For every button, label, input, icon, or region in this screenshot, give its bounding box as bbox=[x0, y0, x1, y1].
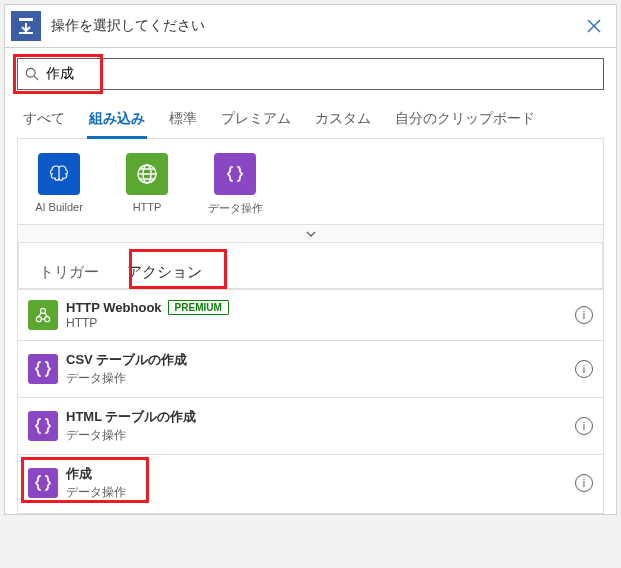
collapse-bar[interactable] bbox=[17, 225, 604, 243]
action-text: HTML テーブルの作成データ操作 bbox=[66, 408, 575, 444]
panel-title: 操作を選択してください bbox=[51, 17, 582, 35]
category-tab[interactable]: 標準 bbox=[167, 104, 199, 138]
actions-list: HTTP WebhookPREMIUMHTTPiCSV テーブルの作成データ操作… bbox=[18, 289, 603, 511]
action-title: HTTP WebhookPREMIUM bbox=[66, 300, 575, 315]
svg-point-6 bbox=[45, 317, 50, 322]
subtabs: トリガー アクション bbox=[18, 243, 603, 289]
action-subtitle: データ操作 bbox=[66, 427, 575, 444]
action-text: CSV テーブルの作成データ操作 bbox=[66, 351, 575, 387]
braces-icon bbox=[28, 354, 58, 384]
braces-icon bbox=[28, 411, 58, 441]
category-tab[interactable]: カスタム bbox=[313, 104, 373, 138]
connector-tile[interactable]: AI Builder bbox=[28, 153, 90, 216]
svg-point-5 bbox=[36, 317, 41, 322]
header-icon bbox=[11, 11, 41, 41]
action-title: CSV テーブルの作成 bbox=[66, 351, 575, 369]
action-item[interactable]: CSV テーブルの作成データ操作i bbox=[18, 340, 603, 397]
category-tab[interactable]: 組み込み bbox=[87, 104, 147, 138]
action-title: HTML テーブルの作成 bbox=[66, 408, 575, 426]
svg-rect-0 bbox=[19, 18, 33, 21]
connectors-grid: AI BuilderHTTPデータ操作 bbox=[17, 139, 604, 225]
action-item[interactable]: HTML テーブルの作成データ操作i bbox=[18, 397, 603, 454]
category-tab[interactable]: 自分のクリップボード bbox=[393, 104, 537, 138]
search-icon bbox=[18, 67, 46, 81]
subtab-triggers[interactable]: トリガー bbox=[25, 257, 113, 288]
webhook-icon bbox=[28, 300, 58, 330]
connector-tile[interactable]: HTTP bbox=[116, 153, 178, 216]
connector-tile[interactable]: データ操作 bbox=[204, 153, 266, 216]
chevron-down-icon bbox=[305, 228, 317, 240]
action-title: 作成 bbox=[66, 465, 575, 483]
action-subtitle: HTTP bbox=[66, 316, 575, 330]
premium-badge: PREMIUM bbox=[168, 300, 229, 315]
action-picker-panel: 操作を選択してください すべて組み込み標準プレミアムカスタム自分のクリップボード… bbox=[4, 4, 617, 515]
category-tab[interactable]: すべて bbox=[21, 104, 67, 138]
connector-label: AI Builder bbox=[35, 201, 83, 213]
search-box[interactable] bbox=[17, 58, 604, 90]
brain-icon bbox=[38, 153, 80, 195]
category-tabs: すべて組み込み標準プレミアムカスタム自分のクリップボード bbox=[17, 104, 604, 139]
action-text: 作成データ操作 bbox=[66, 465, 575, 501]
info-icon[interactable]: i bbox=[575, 360, 593, 378]
action-subtitle: データ操作 bbox=[66, 484, 575, 501]
connector-label: データ操作 bbox=[208, 201, 263, 216]
panel-header: 操作を選択してください bbox=[5, 5, 616, 48]
braces-icon bbox=[28, 468, 58, 498]
info-icon[interactable]: i bbox=[575, 474, 593, 492]
category-tab[interactable]: プレミアム bbox=[219, 104, 293, 138]
subtab-actions[interactable]: アクション bbox=[113, 257, 216, 288]
action-subtitle: データ操作 bbox=[66, 370, 575, 387]
actions-section: トリガー アクション HTTP WebhookPREMIUMHTTPiCSV テ… bbox=[17, 243, 604, 514]
info-icon[interactable]: i bbox=[575, 306, 593, 324]
action-text: HTTP WebhookPREMIUMHTTP bbox=[66, 300, 575, 330]
globe-icon bbox=[126, 153, 168, 195]
panel-body: すべて組み込み標準プレミアムカスタム自分のクリップボード AI BuilderH… bbox=[5, 48, 616, 514]
search-area bbox=[17, 58, 604, 90]
svg-rect-1 bbox=[19, 32, 33, 34]
braces-icon bbox=[214, 153, 256, 195]
search-input[interactable] bbox=[46, 66, 603, 82]
connector-label: HTTP bbox=[133, 201, 162, 213]
info-icon[interactable]: i bbox=[575, 417, 593, 435]
action-item[interactable]: HTTP WebhookPREMIUMHTTPi bbox=[18, 289, 603, 340]
close-button[interactable] bbox=[582, 14, 606, 38]
action-item[interactable]: 作成データ操作i bbox=[18, 454, 603, 511]
svg-point-2 bbox=[26, 68, 35, 77]
